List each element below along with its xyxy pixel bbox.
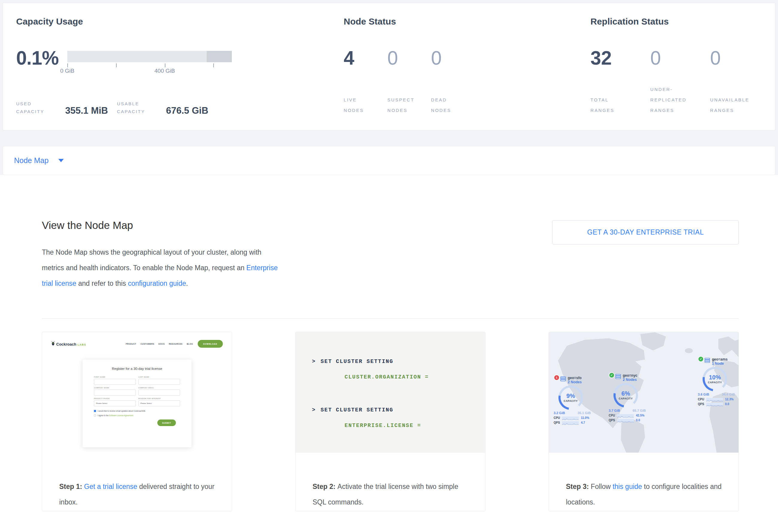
text: .: [186, 280, 188, 287]
capacity-used-value: 3.2 GiB: [554, 411, 565, 415]
capacity-total-value: 65.7 GiB: [633, 409, 646, 412]
step-link[interactable]: this guide: [613, 483, 642, 490]
locality-node-count: 2 Nodes: [623, 378, 637, 382]
checkbox-empty-icon: [94, 414, 96, 416]
mini-submit-button: SUBMIT: [157, 420, 176, 426]
description-line: The Node Map shows the geographical layo…: [42, 244, 739, 260]
sql-code-line: >SET CLUSTER SETTING: [312, 359, 393, 365]
mini-select: Please Select: [139, 400, 180, 406]
capacity-bar-chart: 0 GiB 400 GiB: [67, 49, 232, 75]
node-status-label: LIVENODES: [344, 94, 387, 116]
cpu-sparkline: [562, 416, 579, 419]
replication-status-label: UNDER-REPLICATEDRANGES: [650, 84, 710, 116]
gauge-percent: 10%: [709, 374, 721, 380]
capacity-gib-row: 3.2 GiB35.1 GiB: [554, 411, 591, 415]
gauge-percent: 6%: [622, 390, 630, 396]
replication-status-metric: 0UNDER-REPLICATEDRANGES: [650, 49, 710, 116]
replication-status-value: 32: [591, 49, 650, 67]
capacity-usage-title: Capacity Usage: [16, 16, 344, 27]
replication-status-title: Replication Status: [591, 16, 770, 27]
qps-sparkline: [617, 419, 634, 422]
step2-caption: Step 2: Activate the trial license with …: [313, 479, 470, 510]
gauge-capacity-label: CAPACITY: [619, 397, 633, 400]
database-nodes-icon: [560, 376, 566, 383]
node-map-description: The Node Map shows the geographical layo…: [42, 244, 739, 291]
node-status-value: 4: [344, 49, 387, 67]
mini-nav-item: RESOURCES: [169, 343, 183, 345]
gauge-capacity-label: CAPACITY: [708, 381, 722, 384]
qps-row: QPS0.0: [609, 419, 648, 422]
description-link[interactable]: configuration guide: [128, 280, 186, 287]
node-status-metric: 4LIVENODES: [344, 49, 387, 116]
qps-row: QPS4.7: [554, 421, 593, 424]
sql-commands-illustration: >SET CLUSTER SETTINGCLUSTER.ORGANIZATION…: [296, 332, 485, 453]
mini-select: Please Select: [94, 400, 136, 406]
healthy-check-icon: ✓: [698, 356, 704, 362]
qps-label: QPS: [609, 419, 617, 422]
node-map-dropdown-label[interactable]: Node Map: [14, 156, 49, 165]
capacity-gib-row: 3.6 GiB34.4 GiB: [698, 393, 735, 396]
mini-input: [94, 379, 136, 385]
bold-text: Step 2:: [313, 483, 337, 490]
bold-text: Step 3:: [566, 483, 591, 490]
cpu-value: 42.5%: [636, 414, 644, 417]
qps-value: 0.0: [636, 419, 640, 422]
mini-nav-item: BLOG: [187, 343, 193, 345]
text: Follow: [591, 483, 613, 490]
cpu-sparkline: [706, 398, 723, 401]
locality-node-count: 2 Nodes: [568, 380, 582, 384]
node-map-dropdown[interactable]: Node Map: [3, 146, 775, 175]
replication-status-metrics: 32TOTALRANGES0UNDER-REPLICATEDRANGES0UNA…: [591, 49, 770, 116]
cpu-row: CPU42.5%: [609, 414, 648, 417]
mini-form-field: FIRST NAME: [94, 374, 136, 385]
map-locality-sfo: 1geo=sfo2 Nodes9%CAPACITY3.2 GiB35.1 GiB…: [554, 376, 596, 424]
qps-sparkline: [706, 403, 723, 405]
cockroach-logo-icon: [51, 341, 55, 346]
replication-status-value: 0: [710, 49, 770, 67]
description-link[interactable]: Enterprise: [246, 264, 278, 272]
node-status-metric: 0SUSPECTNODES: [387, 49, 431, 116]
enterprise-trial-button[interactable]: GET A 30-DAY ENTERPRISE TRIAL: [552, 220, 739, 244]
mini-nav-item: DOCS: [159, 343, 165, 345]
map-locality-nyc: ✓geo=nyc2 Nodes6%CAPACITY3.7 GiB65.7 GiB…: [609, 373, 650, 422]
cpu-value: 11.0%: [581, 416, 589, 420]
map-locality-ams: ✓geo=ams1 Node10%CAPACITY3.6 GiB34.4 GiB…: [698, 357, 739, 406]
mini-field-label: PROJECT PHASE: [94, 398, 136, 399]
capacity-gauge: 6%CAPACITY: [614, 383, 638, 407]
mini-checkbox-license-agreement: I agree to the Software License Agreemen…: [94, 414, 180, 416]
mini-input: [139, 379, 180, 385]
capacity-gauge: 9%CAPACITY: [558, 385, 583, 410]
mini-field-label: REASON FOR INTEREST: [139, 398, 180, 399]
sql-prompt: >: [312, 407, 316, 413]
capacity-total-value: 34.4 GiB: [722, 393, 735, 396]
capacity-percent-value: 0.1%: [16, 49, 67, 67]
locality-node-count: 1 Node: [712, 362, 727, 366]
step1-caption: Step 1: Get a trial license delivered st…: [59, 479, 216, 510]
mini-field-label: FIRST NAME: [94, 376, 136, 378]
cpu-sparkline: [617, 414, 634, 417]
error-badge-icon: 1: [554, 375, 560, 381]
mini-license-link: Software License Agreement.: [109, 414, 134, 416]
mini-nav-item: PRODUCT: [126, 343, 136, 345]
used-capacity-pair: USEDCAPACITY355.1 MiB: [16, 100, 108, 116]
mini-input: [94, 390, 136, 395]
step3-caption: Step 3: Follow this guide to configure l…: [566, 479, 723, 510]
sql-prompt: >: [312, 359, 316, 365]
node-status-metric: 0DEADNODES: [431, 49, 475, 116]
capacity-pair-value: 676.5 GiB: [166, 106, 208, 116]
locality-name: geo=ams: [712, 357, 727, 362]
cpu-row: CPU11.0%: [554, 416, 593, 420]
mini-field-label: COMPANY NAME: [94, 387, 136, 389]
step1-card: Cockroach LABS PRODUCTCUSTOMERSDOCSRESOU…: [42, 332, 232, 511]
capacity-usage-section: Capacity Usage 0.1%: [16, 16, 344, 120]
capacity-used-value: 3.6 GiB: [698, 393, 709, 396]
step-link[interactable]: Get a trial license: [84, 483, 137, 490]
mini-nav-item: CUSTOMERS: [141, 343, 154, 345]
replication-status-metric: 32TOTALRANGES: [591, 49, 650, 116]
mini-checkbox-email-updates: I would like to receive email updates ab…: [94, 410, 180, 412]
database-nodes-icon: [615, 374, 621, 380]
description-link[interactable]: trial license: [42, 280, 76, 287]
gauge-capacity-label: CAPACITY: [564, 399, 578, 402]
healthy-check-icon: ✓: [609, 372, 615, 378]
capacity-gib-row: 3.7 GiB65.7 GiB: [609, 409, 646, 412]
